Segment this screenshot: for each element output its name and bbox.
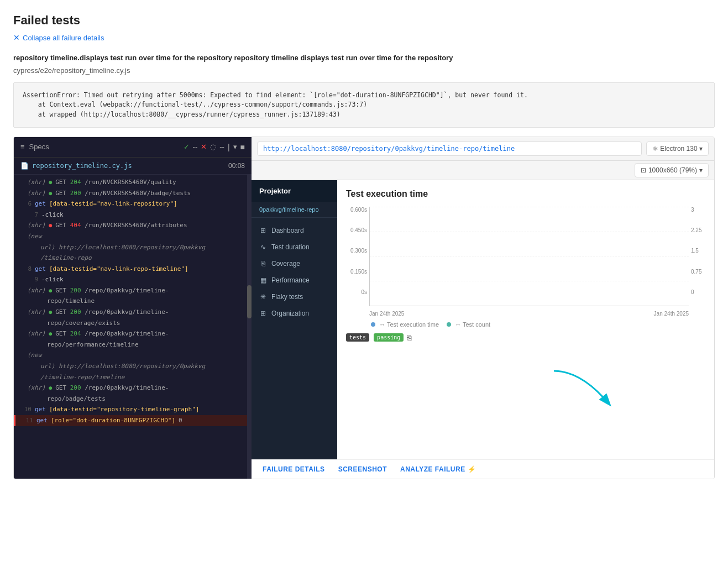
badge-passing: passing	[374, 333, 404, 342]
test-runner-area: ≡ Specs ✓ -- ✕ ◌ -- | ▾ ■ 📄 repository	[13, 137, 715, 479]
badge-tests: tests	[346, 333, 369, 342]
log-line: /timeline-repo/timeline	[14, 372, 252, 383]
separator: |	[228, 143, 230, 151]
spec-header-left: ≡ Specs	[20, 143, 49, 151]
spec-header: ≡ Specs ✓ -- ✕ ◌ -- | ▾ ■	[14, 137, 252, 158]
app-main: Test execution time 0.600s 0.450s 0.300s…	[337, 180, 714, 459]
log-line: (xhr) ● GET 200 /repo/0pakkvg/timeline-	[14, 382, 252, 394]
test-duration-icon: ∿	[259, 243, 267, 251]
app-brand: Projektor	[252, 180, 337, 202]
dash2-icon: --	[219, 143, 224, 151]
chart-legend: ↔ Test execution time ↔ Test count	[346, 321, 705, 328]
log-line: url) http://localhost:8080/repository/0p…	[14, 361, 252, 372]
log-line: 10 get [data-testid="repository-timeline…	[14, 404, 252, 415]
copy-icon[interactable]: ⎘	[407, 333, 411, 342]
chevron-down-icon[interactable]: ▾	[233, 143, 237, 151]
sidebar-item-test-duration[interactable]: ∿ Test duration	[252, 239, 337, 255]
browser-url-bar[interactable]: http://localhost:8080/repository/0pakkvg…	[257, 141, 642, 156]
resize-icon: ⊡	[641, 166, 646, 174]
sidebar-item-coverage[interactable]: ⎘ Coverage	[252, 255, 337, 272]
chevron-down-icon: ▾	[699, 166, 703, 174]
app-repo: 0pakkvg/timeline-repo	[252, 202, 337, 218]
chart-container: 0.600s 0.450s 0.300s 0.150s 0s	[346, 207, 705, 306]
log-line: 8 get [data-testid="nav-link-repo-timeli…	[14, 264, 252, 275]
performance-icon: ▦	[259, 276, 267, 284]
screenshot-tab[interactable]: SCREENSHOT	[338, 460, 387, 479]
bottom-tabs: FAILURE DETAILS SCREENSHOT ANALYZE FAILU…	[252, 459, 714, 479]
sidebar-item-organization[interactable]: ⊞ Organization	[252, 305, 337, 322]
spec-header-controls: ✓ -- ✕ ◌ -- | ▾ ■	[184, 143, 245, 151]
y-axis-right: 3 2.25 1.5 0.75 0	[689, 207, 705, 295]
dashboard-icon: ⊞	[259, 227, 267, 234]
browser-size-button[interactable]: ⊡ 1000x660 (79%) ▾	[635, 163, 709, 177]
browser-size-bar: ⊡ 1000x660 (79%) ▾	[252, 161, 714, 180]
log-line: repo/performance/timeline	[14, 339, 252, 350]
dash-icon: --	[193, 143, 198, 151]
log-line: (xhr) ● GET 204 /run/NVCKRSK5460V/qualit…	[14, 177, 252, 188]
log-line: /timeline-repo	[14, 253, 252, 264]
log-line: 9 -click	[14, 274, 252, 285]
page-title: Failed tests	[13, 13, 715, 28]
log-line: repo/badge/tests	[14, 394, 252, 405]
log-line: (new	[14, 231, 252, 242]
chart-area	[369, 207, 689, 306]
electron-icon: ⚛	[652, 145, 658, 153]
sidebar-item-dashboard[interactable]: ⊞ Dashboard	[252, 222, 337, 239]
log-line: repo/timeline	[14, 296, 252, 307]
spec-log[interactable]: (xhr) ● GET 204 /run/NVCKRSK5460V/qualit…	[14, 175, 252, 479]
log-line: (xhr) ● GET 200 /run/NVCKRSK5460V/badge/…	[14, 188, 252, 199]
chevron-down-icon: ▾	[699, 145, 703, 153]
browser-engine-button[interactable]: ⚛ Electron 130 ▾	[646, 141, 709, 156]
x-ctrl-icon: ✕	[201, 143, 207, 151]
browser-panel: http://localhost:8080/repository/0pakkvg…	[252, 137, 714, 479]
y-axis-left: 0.600s 0.450s 0.300s 0.150s 0s	[346, 207, 369, 295]
analyze-failure-tab[interactable]: ANALYZE FAILURE ⚡	[400, 460, 476, 479]
specs-menu-icon: ≡	[20, 143, 25, 151]
spec-file-bar: 📄 repository_timeline.cy.js 00:08	[14, 158, 252, 175]
check-icon: ✓	[184, 143, 190, 151]
flaky-tests-icon: ✳	[259, 293, 267, 301]
stop-icon[interactable]: ■	[240, 143, 245, 151]
spin-icon: ◌	[210, 143, 216, 151]
app-sidebar-nav: ⊞ Dashboard ∿ Test duration ⎘ Coverage	[252, 218, 337, 326]
collapse-all-link[interactable]: ✕ Collapse all failure details	[13, 33, 715, 42]
log-line: 6 get [data-testid="nav-link-repository"…	[14, 198, 252, 209]
log-line: (xhr) ● GET 200 /repo/0pakkvg/timeline-	[14, 307, 252, 318]
error-block: AssertionError: Timed out retrying after…	[13, 82, 715, 128]
failure-details-tab[interactable]: FAILURE DETAILS	[263, 460, 325, 479]
chart-svg	[370, 207, 689, 306]
test-name: repository timeline.displays test run ov…	[13, 53, 715, 63]
collapse-icon: ✕	[13, 33, 20, 42]
app-sidebar: Projektor 0pakkvg/timeline-repo ⊞ Dashbo…	[252, 180, 337, 459]
file-icon: 📄	[20, 162, 29, 170]
log-line: (xhr) ● GET 204 /repo/0pakkvg/timeline-	[14, 328, 252, 339]
chart-title: Test execution time	[346, 189, 705, 199]
log-line-error: 11 get [role="dot-duration-8UNFGPZIGCHD"…	[14, 415, 252, 426]
log-line: url) http://localhost:8080/repository/0p…	[14, 242, 252, 253]
browser-toolbar: http://localhost:8080/repository/0pakkvg…	[252, 137, 714, 161]
log-line: (new	[14, 350, 252, 361]
coverage-icon: ⎘	[259, 260, 267, 268]
log-line: 7 -click	[14, 209, 252, 221]
spec-file-name: 📄 repository_timeline.cy.js	[20, 162, 132, 170]
log-line: (xhr) ● GET 404 /run/NVCKRSK5460V/attrib…	[14, 220, 252, 231]
spec-file-time: 00:08	[228, 162, 245, 170]
x-axis-labels: Jan 24th 2025 Jan 24th 2025	[346, 310, 705, 317]
badge-area: tests passing ⎘	[346, 333, 705, 342]
sidebar-item-flaky-tests[interactable]: ✳ Flaky tests	[252, 289, 337, 305]
log-line: (xhr) ● GET 200 /repo/0pakkvg/timeline-	[14, 285, 252, 296]
legend-dot-count	[447, 322, 451, 327]
scrollbar-track[interactable]	[247, 175, 252, 479]
app-preview: Projektor 0pakkvg/timeline-repo ⊞ Dashbo…	[252, 180, 714, 459]
sidebar-item-performance[interactable]: ▦ Performance	[252, 272, 337, 289]
scrollbar-thumb[interactable]	[247, 285, 252, 318]
spec-panel: ≡ Specs ✓ -- ✕ ◌ -- | ▾ ■ 📄 repository	[14, 137, 252, 479]
browser-content: Projektor 0pakkvg/timeline-repo ⊞ Dashbo…	[252, 180, 714, 459]
test-file: cypress/e2e/repository_timeline.cy.js	[13, 66, 715, 75]
page-container: Failed tests ✕ Collapse all failure deta…	[0, 0, 728, 479]
log-line: repo/coverage/exists	[14, 318, 252, 329]
organization-icon: ⊞	[259, 310, 267, 317]
legend-dot-execution	[371, 322, 375, 327]
